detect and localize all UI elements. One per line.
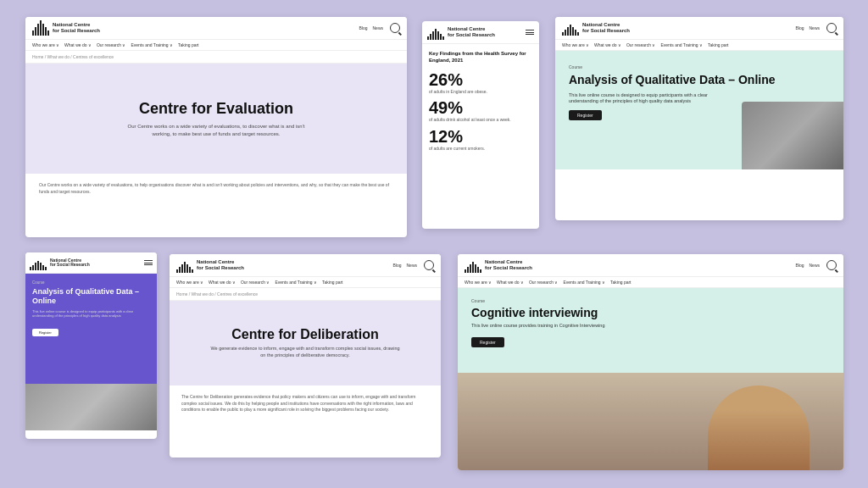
analysis-lg-register-btn[interactable]: Register: [569, 110, 602, 120]
cog-search-icon[interactable]: [826, 260, 837, 270]
health-stat-3: 12% of adults are current smokers.: [429, 128, 532, 152]
delib-nav-links: Blog News: [392, 263, 417, 268]
logo-text: National Centre for Social Research: [53, 22, 100, 33]
eval-body: Our Centre works on a wide variety of ev…: [25, 174, 407, 203]
analysis-lg-desc: This live online course is designed to e…: [569, 92, 721, 105]
cog-nav-links: Blog News: [795, 263, 820, 268]
eval-hero: Centre for Evaluation Our Centre works o…: [25, 64, 407, 174]
analysis-lg-title: Analysis of Qualitative Data – Online: [569, 73, 830, 87]
cog-nav: National Centre for Social Research Blog…: [458, 254, 843, 277]
cog-logo-text: National Centre for Social Research: [485, 259, 532, 270]
health-logo-text: National Centre for Social Research: [448, 26, 495, 37]
analysis-sm-desc: This live online course is designed to e…: [32, 309, 150, 318]
analysis-lg-course-label: Course: [569, 64, 830, 69]
cog-image: [458, 373, 843, 470]
delib-nav-main: Who we are ∨ What we do ∨ Our research ∨…: [170, 277, 441, 288]
logo-icon: [32, 20, 49, 36]
eval-nav-links: Blog News: [359, 25, 383, 30]
delib-body-text: The Centre for Deliberation generates ev…: [181, 394, 429, 413]
analysis-lg-nav-main: Who we are ∨ What we do ∨ Our research ∨…: [555, 40, 843, 51]
cog-register-btn[interactable]: Register: [471, 337, 504, 347]
eval-body-text: Our Centre works on a wide variety of ev…: [39, 182, 393, 195]
delib-title: Centre for Deliberation: [231, 327, 378, 342]
delib-search-icon[interactable]: [424, 260, 434, 270]
eval-nav: National Centre for Social Research Blog…: [25, 17, 407, 40]
cog-course-label: Course: [471, 298, 830, 303]
delib-nav: National Centre for Social Research Blog…: [170, 254, 441, 277]
cog-hero: Course Cognitive interviewing This live …: [458, 288, 843, 373]
cog-logo: National Centre for Social Research: [465, 258, 532, 273]
eval-search-icon[interactable]: [390, 23, 400, 33]
delib-subtitle: We generate evidence to inform, engage w…: [208, 346, 403, 358]
analysis-lg-search-icon[interactable]: [826, 23, 837, 33]
delib-hero: Centre for Deliberation We generate evid…: [170, 301, 441, 385]
card-analysis-large: National Centre for Social Research Blog…: [555, 17, 843, 220]
health-logo-icon: [427, 25, 444, 40]
card-health-survey: National Centre for Social Research Key …: [422, 21, 539, 229]
health-logo: National Centre for Social Research: [427, 25, 495, 40]
health-stat-2-value: 49%: [429, 99, 532, 116]
analysis-sm-logo: National Centre for Social Research: [30, 255, 90, 270]
analysis-sm-image: [25, 384, 157, 430]
analysis-lg-hero: Course Analysis of Qualitative Data – On…: [555, 51, 843, 169]
card-evaluation: National Centre for Social Research Blog…: [25, 17, 407, 237]
health-stat-3-desc: of adults are current smokers.: [429, 146, 532, 152]
analysis-sm-menu-icon[interactable]: [144, 260, 153, 265]
health-stat-2-desc: of adults drink alcohol at least once a …: [429, 117, 532, 123]
analysis-sm-hero: Course Analysis of Qualitative Data – On…: [25, 274, 157, 384]
health-stat-1: 26% of adults in England are obese.: [429, 71, 532, 95]
analysis-lg-logo: National Centre for Social Research: [562, 20, 630, 36]
health-survey-title: Key Findings from the Health Survey for …: [429, 51, 532, 64]
card-deliberation: National Centre for Social Research Blog…: [170, 254, 441, 458]
cog-title: Cognitive interviewing: [471, 306, 830, 319]
delib-logo-text: National Centre for Social Research: [197, 259, 244, 270]
delib-breadcrumb: Home / What we do / Centres of excellenc…: [170, 288, 441, 301]
analysis-lg-logo-text: National Centre for Social Research: [582, 22, 630, 33]
delib-logo: National Centre for Social Research: [176, 258, 244, 273]
health-stat-3-value: 12%: [429, 128, 532, 145]
eval-title: Centre for Evaluation: [139, 100, 293, 118]
health-nav: National Centre for Social Research: [422, 21, 539, 44]
eval-breadcrumb: Home / What we do / Centres of excellenc…: [25, 51, 407, 64]
cog-person-image: [708, 385, 810, 470]
delib-body: The Centre for Deliberation generates ev…: [170, 385, 441, 422]
analysis-sm-course-label: Course: [32, 280, 150, 285]
eval-subtitle: Our Centre works on a wide variety of ev…: [123, 123, 309, 137]
analysis-lg-nav-links: Blog News: [795, 25, 820, 30]
health-stat-1-desc: of adults in England are obese.: [429, 89, 532, 95]
eval-nav-main: Who we are ∨ What we do ∨ Our research ∨…: [25, 40, 407, 51]
health-stat-2: 49% of adults drink alcohol at least onc…: [429, 99, 532, 123]
cog-nav-main: Who we are ∨ What we do ∨ Our research ∨…: [458, 277, 843, 288]
analysis-sm-title: Analysis of Qualitative Data – Online: [32, 287, 150, 306]
health-menu-icon[interactable]: [526, 30, 534, 35]
analysis-sm-logo-icon: [30, 255, 47, 270]
analysis-lg-nav: National Centre for Social Research Blog…: [555, 17, 843, 40]
analysis-lg-logo-icon: [562, 20, 579, 36]
cog-desc: This live online course provides trainin…: [471, 323, 830, 328]
health-body: Key Findings from the Health Survey for …: [422, 44, 539, 163]
analysis-sm-logo-text: National Centre for Social Research: [50, 258, 90, 268]
card-cognitive: National Centre for Social Research Blog…: [458, 254, 843, 470]
eval-logo: National Centre for Social Research: [32, 20, 100, 36]
analysis-sm-nav: National Centre for Social Research: [25, 252, 157, 274]
cog-logo-icon: [465, 258, 481, 273]
card-analysis-small: National Centre for Social Research Cour…: [25, 252, 157, 439]
health-stat-1-value: 26%: [429, 71, 532, 88]
analysis-sm-register-btn[interactable]: Register: [32, 329, 58, 336]
delib-logo-icon: [176, 258, 193, 273]
